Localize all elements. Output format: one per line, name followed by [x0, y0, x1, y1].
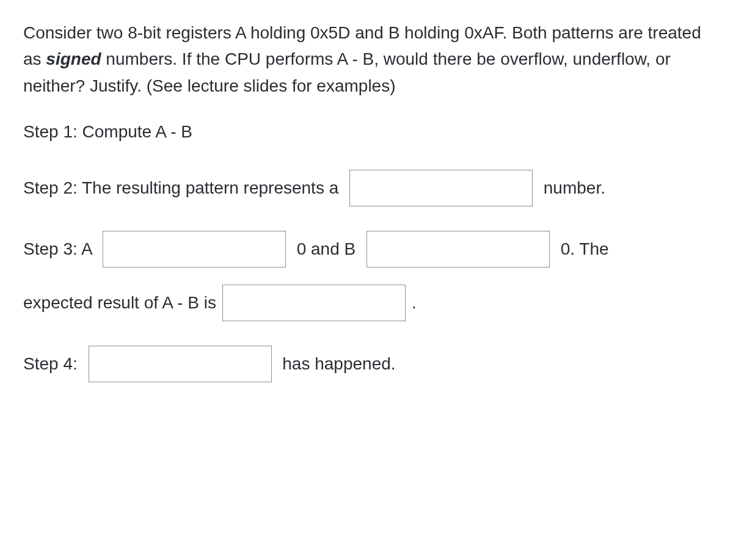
question-intro: Consider two 8-bit registers A holding 0…: [23, 20, 710, 99]
step-2-before: Step 2: The resulting pattern represents…: [23, 175, 343, 201]
step-3-t4: expected result of A - B is: [23, 289, 216, 316]
intro-signed-word: signed: [46, 49, 101, 68]
step-4-block: Step 4: has happened.: [23, 346, 710, 382]
step-4-before: Step 4:: [23, 351, 82, 377]
step-3-block: Step 3: A 0 and B 0. The expected result…: [23, 231, 710, 321]
step-2-after: number.: [539, 175, 605, 201]
step-4-result-input[interactable]: [89, 346, 272, 382]
step-4-after: has happened.: [278, 351, 396, 377]
step-3-b-relation-input[interactable]: [366, 231, 550, 267]
step-3-a-relation-input[interactable]: [103, 231, 286, 267]
step-3-t2: 0 and B: [292, 236, 360, 262]
step-3-t1: Step 3: A: [23, 236, 97, 262]
step-3-t5: .: [412, 289, 417, 316]
step-2-sign-input[interactable]: [349, 170, 533, 206]
step-3-expected-input[interactable]: [222, 285, 406, 321]
step-1-block: Step 1: Compute A - B: [23, 118, 710, 145]
step-1-text: Step 1: Compute A - B: [23, 122, 192, 141]
intro-part2: numbers. If the CPU performs A - B, woul…: [23, 49, 671, 95]
step-3-t3: 0. The: [556, 236, 609, 262]
step-2-block: Step 2: The resulting pattern represents…: [23, 170, 710, 206]
